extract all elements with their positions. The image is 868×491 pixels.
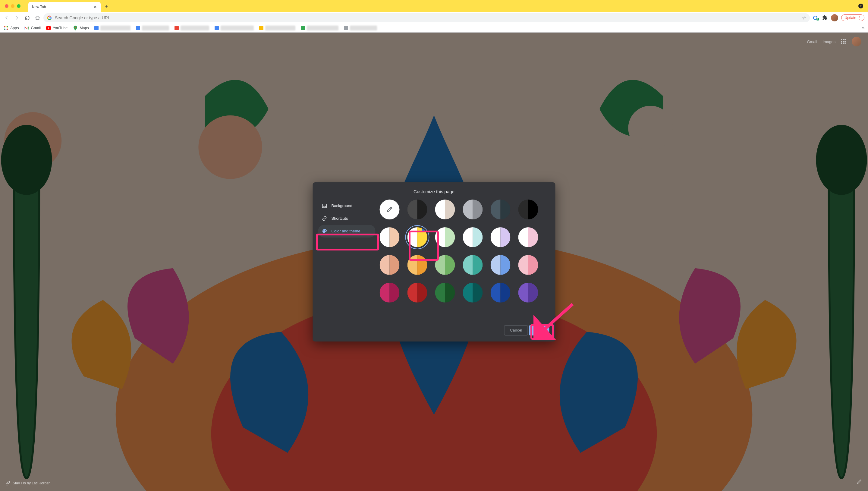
address-bar[interactable]: ☆: [43, 13, 810, 22]
color-swatch-pink[interactable]: [518, 255, 538, 275]
search-input[interactable]: [55, 16, 799, 20]
forward-button[interactable]: [13, 13, 21, 22]
color-swatch-red[interactable]: [408, 283, 427, 302]
bookmark-item[interactable]: [175, 26, 209, 30]
color-swatch-peach[interactable]: [380, 255, 400, 275]
svg-point-4: [4, 27, 5, 28]
color-theme-panel: ✓: [379, 198, 549, 321]
color-swatch-grey-dark[interactable]: [408, 200, 427, 220]
svg-point-13: [75, 27, 76, 28]
color-swatch-beige[interactable]: [435, 200, 455, 220]
color-swatch-navy[interactable]: [491, 283, 511, 302]
color-swatch-cool-grey[interactable]: [463, 200, 483, 220]
account-avatar[interactable]: [852, 37, 861, 47]
bookmark-item[interactable]: [136, 26, 169, 30]
nav-color-theme[interactable]: Color and theme: [318, 225, 376, 237]
tab-dropdown-icon[interactable]: ▾: [858, 4, 863, 8]
color-swatch-teal-dark[interactable]: [463, 283, 483, 302]
new-tab-button[interactable]: ＋: [104, 2, 109, 10]
color-swatch-purple[interactable]: [518, 283, 538, 302]
svg-point-9: [7, 29, 8, 30]
dialog-sidebar: Background Shortcuts Color and theme: [315, 198, 379, 321]
titlebar-right: ▾: [858, 4, 866, 8]
bookmarks-bar: Apps Gmail YouTube Maps »: [0, 24, 868, 33]
profile-avatar[interactable]: [831, 14, 838, 21]
bookmark-item[interactable]: [301, 26, 338, 30]
svg-point-8: [6, 29, 7, 30]
color-swatch-orange[interactable]: [408, 255, 427, 275]
extension-icon[interactable]: 1: [813, 15, 819, 21]
youtube-bookmark[interactable]: YouTube: [46, 26, 67, 30]
color-swatch-black[interactable]: [518, 200, 538, 220]
browser-tab[interactable]: New Tab ✕: [28, 2, 101, 12]
color-swatch-blush[interactable]: [518, 227, 538, 247]
reload-button[interactable]: [23, 13, 31, 22]
new-tab-page: Gmail Images Stay Flo by Laci Jordan Cus…: [0, 33, 868, 491]
dialog-title: Customize this page: [313, 182, 556, 198]
extensions-puzzle-icon[interactable]: [822, 15, 828, 21]
home-button[interactable]: [33, 13, 41, 22]
link-icon: [5, 481, 10, 486]
wallpaper-attribution: Stay Flo by Laci Jordan: [5, 481, 50, 486]
color-swatch-yellow[interactable]: ✓: [408, 227, 427, 247]
color-swatch-mint[interactable]: [435, 227, 455, 247]
gmail-bookmark[interactable]: Gmail: [24, 26, 41, 30]
browser-toolbar: ☆ 1 Update⋮: [0, 12, 868, 24]
customize-dialog: Customize this page Background Shortcuts…: [313, 182, 556, 342]
color-swatch-magenta[interactable]: [380, 283, 400, 302]
bookmark-item[interactable]: [259, 26, 295, 30]
color-swatch-blue[interactable]: [491, 255, 511, 275]
maps-bookmark[interactable]: Maps: [73, 26, 89, 30]
check-icon: ✓: [422, 227, 427, 232]
window-titlebar: New Tab ✕ ＋ ▾: [0, 0, 868, 12]
color-swatch-aqua-soft[interactable]: [463, 227, 483, 247]
gmail-icon: [24, 26, 29, 30]
color-grid: ✓: [380, 200, 548, 302]
svg-rect-10: [24, 27, 25, 29]
bookmarks-overflow-icon[interactable]: »: [862, 26, 864, 30]
color-swatch-forest[interactable]: [435, 283, 455, 302]
svg-point-1: [4, 26, 5, 27]
google-icon: [47, 16, 52, 20]
update-button[interactable]: Update⋮: [841, 15, 864, 21]
color-swatch-green[interactable]: [435, 255, 455, 275]
color-swatch-peach-soft[interactable]: [380, 227, 400, 247]
svg-point-5: [6, 27, 7, 28]
minimize-window-icon[interactable]: [11, 4, 14, 8]
back-button[interactable]: [2, 13, 11, 22]
bookmark-item[interactable]: [215, 26, 254, 30]
color-swatch-lavender[interactable]: [491, 227, 511, 247]
link-chain-icon: [322, 216, 327, 221]
color-swatch-teal[interactable]: [463, 255, 483, 275]
apps-bookmark[interactable]: Apps: [4, 26, 19, 30]
close-window-icon[interactable]: [5, 4, 8, 8]
window-controls: [2, 4, 23, 8]
images-link[interactable]: Images: [822, 39, 835, 44]
svg-point-2: [6, 26, 7, 27]
apps-grid-icon: [4, 26, 8, 30]
dialog-footer: Cancel Done: [313, 321, 556, 342]
ntp-header: Gmail Images: [807, 37, 861, 47]
google-apps-icon[interactable]: [841, 39, 846, 44]
tab-title: New Tab: [32, 5, 91, 9]
eyedropper-icon: [386, 206, 393, 213]
bookmark-item[interactable]: [344, 26, 377, 30]
gmail-link[interactable]: Gmail: [807, 39, 817, 44]
nav-background[interactable]: Background: [318, 200, 376, 212]
color-swatch-slate[interactable]: [491, 200, 511, 220]
bookmark-item[interactable]: [94, 26, 130, 30]
cancel-button[interactable]: Cancel: [504, 325, 528, 336]
youtube-icon: [46, 26, 51, 30]
close-tab-icon[interactable]: ✕: [93, 4, 97, 9]
svg-point-7: [4, 29, 5, 30]
maximize-window-icon[interactable]: [17, 4, 21, 8]
nav-shortcuts[interactable]: Shortcuts: [318, 212, 376, 225]
svg-point-3: [7, 26, 8, 27]
palette-icon: [322, 229, 327, 234]
done-button[interactable]: Done: [529, 325, 549, 336]
svg-rect-11: [28, 27, 29, 29]
bookmark-star-icon[interactable]: ☆: [802, 15, 806, 21]
svg-point-6: [7, 27, 8, 28]
color-swatch-custom[interactable]: [380, 200, 400, 220]
customize-pen-icon[interactable]: [857, 478, 863, 486]
